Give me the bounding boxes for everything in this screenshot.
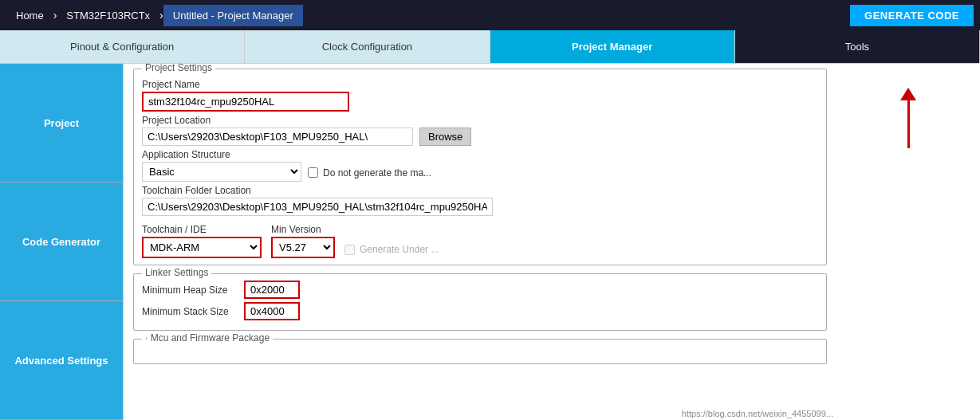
breadcrumb-project[interactable]: Untitled - Project Manager (163, 5, 303, 26)
tab-clock[interactable]: Clock Configuration (245, 30, 490, 63)
min-heap-input[interactable] (244, 281, 300, 299)
watermark: https://blog.csdn.net/weixin_4455099... (682, 409, 833, 418)
project-name-label: Project Name (142, 79, 818, 90)
linker-settings-title: Linker Settings (142, 267, 211, 278)
tab-bar: Pinout & Configuration Clock Configurati… (0, 30, 980, 64)
main-layout: Project Code Generator Advanced Settings… (0, 64, 980, 420)
sidebar-item-code-generator[interactable]: Code Generator (0, 183, 123, 301)
tab-tools[interactable]: Tools (735, 30, 980, 63)
toolchain-folder-label: Toolchain Folder Location (142, 185, 818, 196)
toolchain-folder-input[interactable] (142, 198, 493, 216)
arrow-up (900, 88, 916, 148)
linker-settings-section: Linker Settings Minimum Heap Size Minimu… (133, 273, 827, 331)
toolchain-ide-select[interactable]: MDK-ARM IAR SW4STM32 (142, 237, 262, 258)
generate-under-checkbox[interactable] (344, 245, 355, 255)
breadcrumb-chip[interactable]: STM32F103RCTx (57, 5, 159, 26)
sidebar: Project Code Generator Advanced Settings (0, 64, 124, 420)
sidebar-item-advanced-settings[interactable]: Advanced Settings (0, 301, 123, 420)
arrow-area (836, 64, 980, 420)
app-structure-label: Application Structure (142, 149, 818, 160)
project-settings-section: Project Settings Project Name Project Lo… (133, 69, 827, 265)
mcu-firmware-section: · Mcu and Firmware Package (133, 339, 827, 364)
arrow-body (907, 100, 910, 148)
project-settings-title: Project Settings (142, 64, 215, 73)
min-version-col: Min Version V5.27 V5.28 V5.29 (271, 221, 335, 258)
generate-under-row: Generate Under ... (344, 244, 439, 258)
do-not-generate-checkbox[interactable] (308, 167, 318, 178)
min-version-label: Min Version (271, 224, 335, 235)
min-version-select[interactable]: V5.27 V5.28 V5.29 (271, 237, 335, 258)
project-location-input[interactable] (142, 128, 413, 146)
toolchain-ide-col: Toolchain / IDE MDK-ARM IAR SW4STM32 (142, 221, 262, 258)
project-location-label: Project Location (142, 115, 818, 126)
top-nav: Home › STM32F103RCTx › Untitled - Projec… (0, 0, 980, 30)
min-stack-input[interactable] (244, 302, 300, 320)
arrow-head (900, 88, 916, 100)
min-heap-row: Minimum Heap Size (142, 281, 818, 299)
tab-pinout[interactable]: Pinout & Configuration (0, 30, 245, 63)
mcu-firmware-title: · Mcu and Firmware Package (142, 332, 273, 343)
sidebar-item-project[interactable]: Project (0, 64, 123, 183)
project-name-input[interactable] (142, 92, 349, 112)
toolchain-ide-label: Toolchain / IDE (142, 224, 262, 235)
breadcrumb-home[interactable]: Home (6, 5, 53, 26)
browse-button[interactable]: Browse (419, 128, 471, 146)
content-area: Project Settings Project Name Project Lo… (124, 64, 836, 420)
app-structure-select[interactable]: Basic Advanced (142, 162, 301, 182)
tab-project-manager[interactable]: Project Manager (490, 30, 735, 63)
min-stack-row: Minimum Stack Size (142, 302, 818, 320)
generate-code-button[interactable]: GENERATE CODE (850, 5, 974, 26)
do-not-generate-checkbox-row: Do not generate the ma... (308, 167, 431, 179)
